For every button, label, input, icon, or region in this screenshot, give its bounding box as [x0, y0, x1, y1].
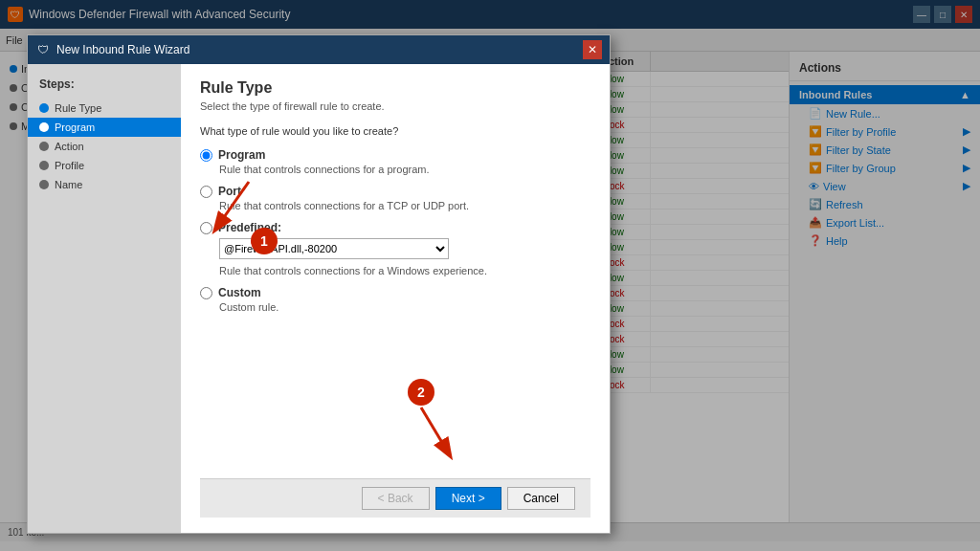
step-name: Name	[28, 175, 181, 194]
option-program-label[interactable]: Program	[200, 148, 590, 162]
option-program: Program Rule that controls connections f…	[200, 148, 590, 175]
modal-description: Select the type of firewall rule to crea…	[200, 100, 590, 112]
option-predefined: Predefined: @FirewallAPI.dll,-80200 Rule…	[200, 221, 590, 276]
radio-program[interactable]	[200, 149, 212, 162]
step-profile: Profile	[28, 156, 181, 175]
step-dot-5	[39, 180, 49, 189]
steps-header: Steps:	[28, 74, 181, 99]
cancel-button[interactable]: Cancel	[507, 487, 575, 510]
predefined-select[interactable]: @FirewallAPI.dll,-80200	[219, 238, 449, 259]
step-program: Program	[28, 118, 181, 137]
option-predefined-desc: Rule that controls connections for a Win…	[219, 265, 590, 276]
modal-body: Steps: Rule Type Program Action Profile …	[28, 64, 610, 533]
option-custom-label[interactable]: Custom	[200, 286, 590, 299]
modal-footer: < Back Next > Cancel	[200, 478, 590, 518]
option-predefined-label[interactable]: Predefined:	[200, 221, 590, 234]
step-dot-1	[39, 103, 49, 113]
option-program-desc: Rule that controls connections for a pro…	[219, 164, 590, 175]
radio-custom[interactable]	[200, 287, 212, 299]
option-port-label[interactable]: Port	[200, 185, 590, 198]
option-port: Port Rule that controls connections for …	[200, 185, 590, 211]
modal-close-btn[interactable]: ✕	[583, 40, 602, 59]
modal-titlebar: 🛡 New Inbound Rule Wizard ✕	[28, 35, 610, 64]
step-dot-2	[39, 122, 49, 132]
modal-title: New Inbound Rule Wizard	[56, 43, 189, 56]
step-rule-type: Rule Type	[28, 99, 181, 118]
steps-sidebar: Steps: Rule Type Program Action Profile …	[28, 64, 181, 533]
radio-port[interactable]	[200, 186, 212, 198]
modal-icon: 🛡	[35, 42, 51, 57]
option-custom-desc: Custom rule.	[219, 301, 590, 313]
modal-main-content: Rule Type Select the type of firewall ru…	[181, 64, 610, 533]
modal-question: What type of rule would you like to crea…	[200, 125, 590, 137]
step-dot-4	[39, 161, 49, 170]
option-custom: Custom Custom rule.	[200, 286, 590, 313]
radio-group: Program Rule that controls connections f…	[200, 148, 590, 478]
modal-dialog: 🛡 New Inbound Rule Wizard ✕ Steps: Rule …	[27, 34, 611, 534]
next-button[interactable]: Next >	[435, 487, 501, 510]
modal-heading: Rule Type	[200, 79, 590, 97]
step-action: Action	[28, 137, 181, 156]
step-dot-3	[39, 142, 49, 151]
radio-predefined[interactable]	[200, 222, 212, 234]
back-button[interactable]: < Back	[362, 487, 430, 510]
option-port-desc: Rule that controls connections for a TCP…	[219, 200, 590, 211]
